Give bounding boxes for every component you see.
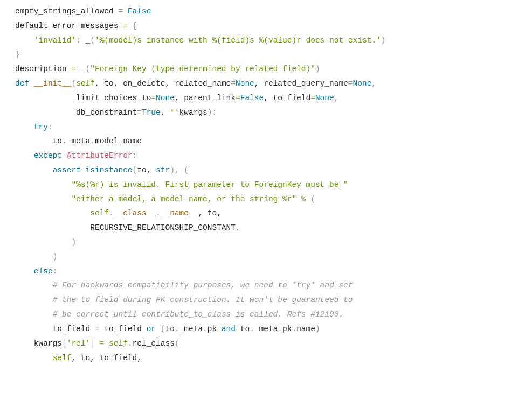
code-line: try: bbox=[0, 120, 532, 135]
code-line: to._meta.model_name bbox=[0, 134, 532, 149]
code-line: } bbox=[0, 47, 532, 62]
code-line: ) bbox=[0, 250, 532, 264]
code-line: to_field = to_field or (to._meta.pk and … bbox=[0, 322, 532, 336]
code-line: self, to, to_field, bbox=[0, 351, 532, 366]
code-line: kwargs['rel'] = self.rel_class( bbox=[0, 336, 532, 351]
code-line: db_constraint=True, **kwargs): bbox=[0, 106, 532, 120]
code-line: "either a model, a model name, or the st… bbox=[0, 192, 532, 207]
code-line: default_error_messages = { bbox=[0, 19, 532, 33]
code-line: # the to_field during FK construction. I… bbox=[0, 293, 532, 307]
code-line: assert isinstance(to, str), ( bbox=[0, 163, 532, 178]
code-line: limit_choices_to=None, parent_link=False… bbox=[0, 91, 532, 106]
code-line: "%s(%r) is invalid. First parameter to F… bbox=[0, 178, 532, 192]
code-line: 'invalid': _('%(model)s instance with %(… bbox=[0, 33, 532, 48]
code-block: empty_strings_allowed = False default_er… bbox=[0, 0, 532, 369]
code-line: description = _("Foreign Key (type deter… bbox=[0, 62, 532, 76]
code-line: # For backwards compatibility purposes, … bbox=[0, 278, 532, 293]
code-line: def __init__(self, to, on_delete, relate… bbox=[0, 76, 532, 91]
code-line: else: bbox=[0, 264, 532, 279]
code-line: self.__class__.__name__, to, bbox=[0, 206, 532, 221]
code-line: except AttributeError: bbox=[0, 149, 532, 163]
code-line: empty_strings_allowed = False bbox=[0, 4, 532, 19]
code-line: # be correct until contribute_to_class i… bbox=[0, 307, 532, 322]
code-line: RECURSIVE_RELATIONSHIP_CONSTANT, bbox=[0, 221, 532, 235]
code-line: ) bbox=[0, 235, 532, 250]
